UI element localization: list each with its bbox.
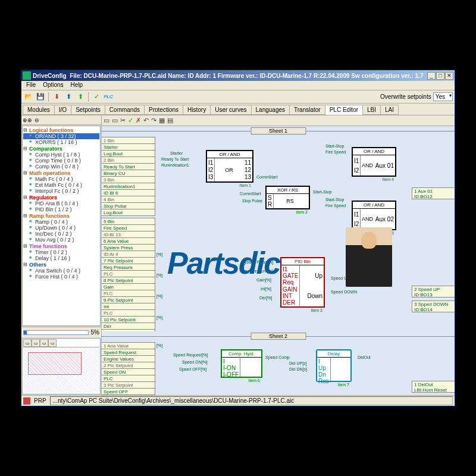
block-orand-1[interactable]: OR / AND I1I2I3 OR 111213 Item 1 (206, 150, 253, 183)
signal-label[interactable]: PLC (102, 394, 155, 395)
minimize-button[interactable]: _ (427, 72, 436, 80)
wire-run: RunIndication1 (161, 163, 189, 167)
menu-help[interactable]: Help (67, 81, 87, 90)
minimap-tab-2[interactable]: ▭ (32, 339, 40, 347)
block-pid[interactable]: PID Bin I1GATEReqGAININTDER UpDown Item … (280, 257, 325, 308)
tab-modules[interactable]: Modules (23, 105, 55, 115)
tab-protections[interactable]: Protections (144, 105, 183, 115)
tab-translator[interactable]: Translator (289, 105, 325, 115)
tool-check-icon[interactable]: ✓ (128, 117, 133, 124)
tree-group[interactable]: Math operations (23, 170, 99, 176)
tree-group[interactable]: Others (23, 262, 99, 268)
wire-pct-4: [%] (156, 315, 162, 320)
tree-item[interactable]: Mov Avg ( 0 / 2 ) (23, 237, 99, 243)
wire-commstart: CommStart (256, 175, 277, 179)
tree-item[interactable]: Math Fc ( 0 / 4 ) (23, 176, 99, 182)
titlebar[interactable]: DriveConfig File: DCU-Marine-PRP-1.7-PLC… (21, 70, 455, 81)
tree-item[interactable]: Inc/Dec ( 0 / 2 ) (23, 231, 99, 237)
tree-item[interactable]: Ramp ( 0 / 4 ) (23, 219, 99, 225)
minimap-canvas[interactable] (23, 347, 99, 393)
tree-group[interactable]: Comparators (23, 146, 99, 152)
sheet-1-label: Sheet 1 (250, 127, 306, 134)
sheet-2: Sheet 2 1 Ana ValueSpeed RequestEngine V… (102, 331, 455, 395)
wire-pct-2: [%] (156, 273, 162, 277)
tree-item[interactable]: Comp Time ( 0 / 8 ) (23, 158, 99, 164)
tree-item[interactable]: Delay ( 1 / 16 ) (23, 255, 99, 261)
tool-newsheet-icon[interactable]: ▭ (104, 117, 109, 124)
wire-ready: Ready To Start (161, 157, 189, 161)
wire-speedreq: Speed Request[%] (173, 353, 208, 357)
open-icon[interactable]: 📂 (23, 92, 34, 102)
signal-label[interactable]: Log.Bout (102, 209, 155, 216)
minimap-tab-3[interactable]: ▭ (40, 339, 48, 347)
maximize-button[interactable]: □ (436, 72, 444, 80)
tree-group[interactable]: Time functions (23, 243, 99, 249)
upload-icon[interactable]: ⬆ (63, 92, 74, 102)
wire-delout: DelOut (358, 355, 371, 359)
tab-plceditor[interactable]: PLC Editor (325, 105, 363, 115)
tree-item[interactable]: PID Bin ( 1 / 2 ) (23, 206, 99, 212)
tree-item[interactable]: Comp Hyst ( 1 / 8 ) (23, 152, 99, 158)
tree-item[interactable]: Comp Win ( 0 / 8 ) (23, 164, 99, 170)
tree-item[interactable]: Timer ( 0 / 2 ) (23, 249, 99, 255)
block-delay[interactable]: Delay IUpDnRes Item 7 (316, 349, 352, 382)
minimap-tab-4[interactable]: ▭ (48, 339, 57, 347)
minimap-tab-1[interactable]: ▭ (23, 339, 32, 347)
sidebar: ⊕⊕ ⊖ Logical functionsOR/AND ( 3 / 32)XO… (21, 115, 102, 395)
tool-cancel-icon[interactable]: ✗ (136, 117, 141, 124)
plc-icon[interactable]: PLC (103, 92, 114, 102)
tree-collapse-icon[interactable]: ⊖ (35, 117, 39, 123)
output-label[interactable]: 1 Aux 01ID:BO12 (412, 187, 455, 199)
wire-stoppulse: Stop Pulse (242, 199, 262, 203)
menu-file[interactable]: File (23, 81, 39, 90)
tool-redo-icon[interactable]: ↷ (151, 117, 156, 124)
tree-item[interactable]: Force Hist ( 0 / 4 ) (23, 274, 99, 280)
tab-history[interactable]: History (183, 105, 211, 115)
tree-item[interactable]: PID Ana B ( 0 / 4 ) (23, 201, 99, 206)
minimap[interactable]: ▭ ▭ ▭ ▭ (22, 338, 101, 394)
tree-item[interactable]: Ana Switch ( 0 / 4 ) (23, 268, 99, 274)
save-icon[interactable]: 💾 (35, 92, 46, 102)
tree-expand-icon[interactable]: ⊕⊕ (23, 117, 32, 123)
tool-cut-icon[interactable]: ✂ (120, 117, 126, 124)
output-label[interactable]: 2 Speed UPID:BO13 (412, 286, 455, 298)
tab-setpoints[interactable]: Setpoints (71, 105, 105, 115)
wire-startstop2: Start-Stop (325, 144, 345, 148)
tree-group[interactable]: Logical functions (23, 127, 99, 133)
tool-undo-icon[interactable]: ↶ (143, 117, 149, 124)
tool-props-icon[interactable]: ▤ (167, 117, 173, 124)
tab-languages[interactable]: Languages (251, 105, 290, 115)
output-label[interactable]: 1 DelOutLBI:Horn Reset (412, 381, 455, 393)
sync-icon[interactable]: ⬆ (75, 92, 86, 102)
tool-grid-icon[interactable]: ▦ (159, 117, 165, 124)
tree-group[interactable]: Regulators (23, 195, 99, 201)
tab-io[interactable]: I/O (54, 105, 71, 115)
tree-item[interactable]: Interpol Fc ( 0 / 2 ) (23, 188, 99, 194)
wire-speeddown: Speed DOWN (331, 290, 357, 294)
tab-commands[interactable]: Commands (105, 105, 145, 115)
block-orand-5[interactable]: OR / AND I1I2 AND Aux 02 Item 5 (352, 201, 396, 230)
block-comphyst[interactable]: Comp. Hyst. II-ONI-OFF Item 6 (221, 349, 262, 378)
block-orand-4[interactable]: OR / AND I1I2 AND Aux 01 Item 4 (352, 147, 396, 177)
canvas[interactable]: Sheet 1 1 BinStarterLog.Bout2 BinReady T… (102, 126, 455, 395)
wire-firespd2: Fire Speed (325, 203, 346, 208)
function-tree[interactable]: Logical functionsOR/AND ( 3 / 32)XOR/RS … (22, 126, 101, 326)
output-label[interactable]: 3 Spped DOWNID:BO14 (412, 300, 455, 312)
tree-item[interactable]: XOR/RS ( 1 / 16 ) (23, 139, 99, 145)
zoom-slider[interactable] (23, 330, 89, 335)
tree-group[interactable]: Ramp functions (23, 213, 99, 219)
menubar: File Options Help (21, 81, 455, 90)
menu-options[interactable]: Options (39, 81, 67, 90)
tree-item[interactable]: OR/AND ( 3 / 32) (23, 133, 99, 139)
block-xorrs[interactable]: XOR / RS SR RS Item 2 (265, 186, 310, 209)
tab-lbi[interactable]: LBI (362, 105, 381, 115)
download-icon[interactable]: ⬇ (51, 92, 62, 102)
tree-item[interactable]: Up/Down ( 0 / 4 ) (23, 225, 99, 231)
close-button[interactable]: ✕ (445, 72, 453, 80)
check-icon[interactable]: ✓ (91, 92, 102, 102)
tool-delete-icon[interactable]: ▭ (112, 117, 118, 124)
overwrite-combo[interactable]: Yes (433, 92, 453, 101)
tab-lai[interactable]: LAI (380, 105, 399, 115)
tab-usercurves[interactable]: User curves (210, 105, 251, 115)
tree-item[interactable]: Ext Math Fc ( 0 / 4 ) (23, 182, 99, 188)
